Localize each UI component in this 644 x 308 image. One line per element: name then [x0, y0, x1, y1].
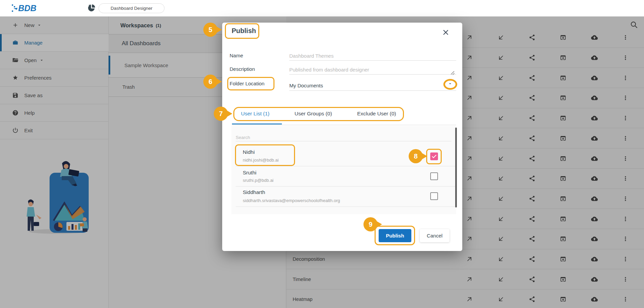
app-title-label: Dashboard Designer	[111, 6, 152, 11]
description-label: Description	[230, 66, 255, 72]
tabstrip-divider	[232, 125, 456, 125]
tab-user-list-1-[interactable]: User List (1)	[241, 111, 269, 117]
user-list-scrollbar[interactable]	[455, 128, 457, 207]
name-field[interactable]	[289, 51, 456, 61]
name-label: Name	[230, 53, 243, 58]
annotation-box-checkbox	[426, 149, 442, 164]
publish-modal: Publish Name Description Folder Location…	[222, 23, 462, 251]
bdb-logo[interactable]: BDB	[10, 3, 47, 15]
close-icon[interactable]	[442, 28, 450, 36]
user-row-divider	[236, 206, 456, 207]
active-tab-underline	[232, 123, 282, 124]
app-title: Dashboard Designer	[98, 3, 165, 13]
user-search-input[interactable]	[236, 134, 451, 141]
user-row-divider	[236, 166, 456, 166]
textarea-resize-handle[interactable]	[451, 71, 455, 75]
user-email: siddharth.srivastava@empowerschoolofheal…	[243, 198, 340, 203]
dashboard-designer-app: BDB Dashboard Designer NewManageOpenPref…	[0, 0, 644, 308]
user-checkbox-siddharth[interactable]	[430, 192, 438, 200]
user-name: Siddharth	[243, 189, 265, 195]
annotation-box-nidhi	[235, 144, 295, 166]
tab-user-groups-0-[interactable]: User Groups (0)	[294, 111, 332, 117]
folder-location-field[interactable]	[289, 81, 456, 91]
annotation-box-publish-title	[225, 23, 259, 39]
folder-location-label: Folder Location	[230, 81, 264, 86]
description-field[interactable]	[289, 65, 456, 75]
user-name: Sruthi	[243, 170, 257, 176]
designer-pie-icon	[87, 4, 96, 12]
user-email: sruthi.p@bdb.ai	[243, 178, 273, 183]
svg-text:BDB: BDB	[18, 3, 36, 13]
user-row-divider	[236, 186, 456, 187]
cancel-button[interactable]: Cancel	[420, 229, 449, 242]
tab-exclude-user-0-[interactable]: Exclude User (0)	[357, 111, 396, 117]
top-header: BDB Dashboard Designer	[0, 0, 644, 17]
user-checkbox-sruthi[interactable]	[430, 172, 438, 180]
annotation-circle-dropdown	[443, 79, 457, 90]
publish-button[interactable]: Publish	[379, 229, 411, 242]
